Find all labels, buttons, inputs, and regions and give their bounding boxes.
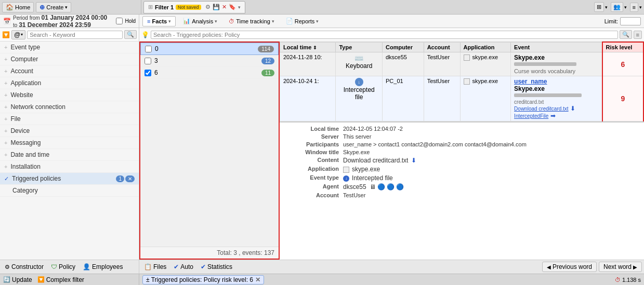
agent-icon3: 🔵 [396, 183, 404, 191]
sidebar-item-messaging[interactable]: + Messaging [0, 137, 139, 149]
download-link[interactable]: Download creditcard.txt [514, 106, 569, 112]
time-tracking-label: Time tracking [236, 18, 270, 24]
menu-dropdown-icon[interactable]: ▾ [639, 5, 642, 10]
limit-input[interactable] [620, 17, 641, 25]
category-label: Category [12, 187, 38, 194]
clock-icon: ⏱ [615, 277, 621, 283]
statistics-icon: ✔ [201, 263, 206, 270]
table-row[interactable]: 2024-10-24 1: ↓ Interceptedfile PC_01 Te… [280, 76, 644, 121]
filter-menu-icon[interactable]: 🔖 [229, 4, 236, 10]
col-event[interactable]: Event [511, 42, 602, 52]
next-word-button[interactable]: Next word ▶ [599, 262, 642, 272]
filter-save-icon[interactable]: 💾 [213, 4, 220, 10]
policy-check-0[interactable] [145, 46, 152, 52]
col-computer[interactable]: Computer [383, 42, 424, 52]
complex-filter-button[interactable]: 🔽 Complex filter [37, 276, 84, 283]
grid-icon[interactable]: ⊞ [594, 2, 604, 12]
tab-reports[interactable]: 📄 Reports ▾ [282, 16, 323, 26]
intercepted-file-icon: ➡ [550, 112, 556, 119]
files-button[interactable]: 📋 Files [141, 262, 169, 272]
search-keyword-input[interactable] [27, 31, 123, 39]
sidebar-item-installation[interactable]: + Installation [0, 161, 139, 173]
sidebar-item-file[interactable]: + File [0, 113, 139, 125]
cell-computer-1: dksce55 [383, 52, 424, 76]
toolbar-icons-group[interactable]: ⊞ ▾ [594, 2, 608, 12]
risk-value-2: 9 [621, 94, 625, 103]
grid-dropdown-icon[interactable]: ▾ [605, 5, 608, 10]
employees-icon: 👤 [83, 263, 90, 270]
policy-bottom-button[interactable]: 🛡 Policy [48, 262, 78, 272]
filter-tab[interactable]: ⊞ Filter 1 Not saved ⚙ 💾 ✕ 🔖 ▾ [143, 1, 245, 13]
sidebar-item-account[interactable]: + Account [0, 65, 139, 77]
sidebar-item-application[interactable]: + Application [0, 77, 139, 89]
policy-check-3[interactable] [144, 58, 151, 64]
auto-icon: ✔ [174, 263, 179, 270]
filter-dropdown-icon[interactable]: ▾ [238, 5, 241, 10]
event-username: user_name [514, 78, 598, 85]
triggered-badge-close[interactable]: ✕ [125, 175, 135, 182]
policy-item-3[interactable]: 3 12 [140, 55, 279, 67]
policy-menu-button[interactable]: ≡ [634, 31, 642, 39]
sidebar-item-category[interactable]: Category [0, 185, 139, 197]
update-button[interactable]: 🔄 Update [3, 276, 32, 283]
search-keyword-button[interactable]: 🔍 [124, 30, 137, 39]
detail-server-value: This server [343, 133, 371, 140]
detail-window-title-label: Window title [286, 149, 343, 155]
app-square-icon [464, 55, 470, 61]
plus-icon: + [4, 116, 7, 122]
intercepted-link[interactable]: InterceptedFile [514, 113, 548, 119]
policy-item-6[interactable]: 6 11 [140, 67, 279, 79]
search-policy-button[interactable]: 🔍 [620, 30, 632, 39]
filter-tag-close[interactable]: ✕ [255, 276, 260, 283]
auto-button[interactable]: ✔ Auto [171, 262, 196, 272]
policy-item-0[interactable]: 0 114 [140, 43, 279, 55]
detail-participants-value: user_name > contact1 contact2@domain2.co… [343, 141, 527, 147]
statistics-button[interactable]: ✔ Statistics [198, 262, 235, 272]
sidebar-item-computer[interactable]: + Computer [0, 53, 139, 65]
sidebar-item-event-type[interactable]: + Event type [0, 42, 139, 53]
sidebar-item-device[interactable]: + Device [0, 125, 139, 137]
keyword-type-dropdown[interactable]: @ ▾ [11, 30, 25, 39]
col-risk-level[interactable]: Risk level [602, 42, 643, 52]
tab-analysis[interactable]: 📊 Analysis ▾ [179, 16, 221, 26]
plus-icon: + [4, 152, 7, 158]
cell-time-1: 2024-11-28 10: [280, 52, 336, 76]
constructor-button[interactable]: ⚙ Constructor [2, 262, 46, 272]
sidebar-item-network[interactable]: + Network connection [0, 101, 139, 113]
tab-time-tracking[interactable]: ⏱ Time tracking ▾ [225, 16, 279, 26]
detail-event-type-label: Event type [286, 174, 343, 182]
col-type[interactable]: Type [336, 42, 383, 52]
employees-button[interactable]: 👤 Employees [80, 262, 125, 272]
cell-risk-2: 9 [602, 76, 643, 121]
agents-icons-group[interactable]: 👥 ▾ [611, 2, 627, 12]
policy-check-6[interactable] [144, 70, 151, 76]
event-type-label: Event type [10, 44, 40, 51]
tab-facts[interactable]: ≡ Facts ▾ [142, 16, 176, 26]
home-button[interactable]: 🏠 Home [2, 2, 34, 12]
account-label: Account [10, 67, 33, 75]
detail-agent-value: dksce55 🖥 🔵 🔵 🔵 [343, 183, 404, 191]
table-row[interactable]: 2024-11-28 10: ⌨️ Keyboard dksce55 TestU… [280, 52, 644, 76]
search-policy-input[interactable] [151, 31, 618, 39]
menu-icons-group[interactable]: ≡ ▾ [630, 3, 642, 12]
filter-gear-icon[interactable]: ⚙ [205, 4, 211, 10]
filter-close-icon[interactable]: ✕ [222, 4, 227, 10]
facts-icon: ≡ [147, 18, 150, 24]
app-square-icon-2 [464, 78, 470, 85]
sidebar-item-website[interactable]: + Website [0, 89, 139, 101]
col-account[interactable]: Account [424, 42, 460, 52]
prev-word-button[interactable]: ◀ Previous word [542, 262, 597, 272]
plus-icon: + [4, 44, 7, 50]
plus-icon: + [4, 104, 7, 110]
col-local-time[interactable]: Local time ⇕ [280, 42, 336, 52]
agents-dropdown-icon[interactable]: ▾ [624, 5, 627, 10]
sidebar-item-datetime[interactable]: + Date and time [0, 149, 139, 161]
create-button[interactable]: ⊕ Create ▾ [36, 2, 71, 12]
filter-title: Filter 1 [155, 4, 174, 10]
col-application[interactable]: Application [460, 42, 511, 52]
menu-icon[interactable]: ≡ [630, 3, 638, 12]
hold-checkbox[interactable] [116, 18, 123, 24]
next-word-label: Next word [603, 263, 632, 270]
sidebar-item-triggered-policies[interactable]: ✓ Triggered policies 1 ✕ [0, 173, 139, 185]
agents-icon[interactable]: 👥 [611, 2, 623, 12]
